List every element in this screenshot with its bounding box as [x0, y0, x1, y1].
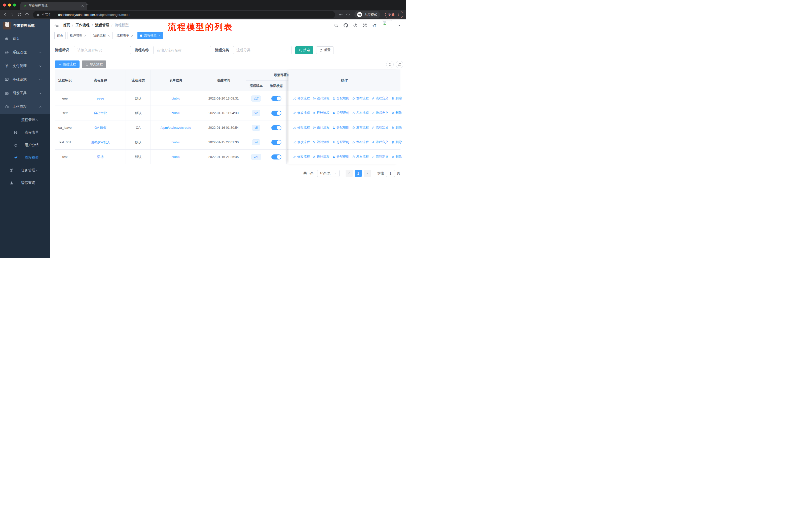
- avatar[interactable]: [382, 20, 392, 30]
- sidebar-item-工作流程[interactable]: 工作流程: [0, 100, 50, 114]
- sidebar-item-流程表单[interactable]: 流程表单: [0, 126, 50, 139]
- breadcrumb-item[interactable]: 流程管理: [95, 23, 109, 27]
- active-toggle[interactable]: [271, 111, 282, 116]
- current-page-button[interactable]: 1: [355, 170, 362, 177]
- home-icon[interactable]: [25, 12, 29, 17]
- close-window-button[interactable]: [3, 3, 6, 6]
- maximize-window-button[interactable]: [13, 3, 16, 6]
- next-page-button[interactable]: [364, 170, 371, 177]
- fullscreen-icon[interactable]: [363, 23, 367, 27]
- sidebar-item-研发工具[interactable]: 研发工具: [0, 86, 50, 100]
- action-definition[interactable]: 流程定义: [372, 140, 388, 144]
- create-process-button[interactable]: 新建流程: [55, 60, 80, 68]
- action-edit[interactable]: 修改流程: [293, 155, 310, 159]
- breadcrumb-item[interactable]: 首页: [63, 23, 70, 27]
- tag-租户管理[interactable]: 租户管理: [67, 32, 89, 39]
- reload-icon[interactable]: [18, 12, 22, 17]
- star-icon[interactable]: [346, 12, 350, 17]
- sidebar-item-流程模型[interactable]: 流程模型: [0, 152, 50, 164]
- sidebar-item-基础设施[interactable]: 基础设施: [0, 73, 50, 86]
- action-assign[interactable]: 分配规则: [332, 140, 349, 144]
- minimize-window-button[interactable]: [8, 3, 11, 6]
- action-publish[interactable]: 发布流程: [352, 96, 369, 101]
- reset-button[interactable]: 重置: [316, 46, 334, 54]
- action-edit[interactable]: 修改流程: [293, 96, 310, 101]
- toggle-search-button[interactable]: [386, 61, 394, 68]
- tag-流程表单[interactable]: 流程表单: [114, 32, 136, 39]
- sidebar-item-支付管理[interactable]: ¥支付管理: [0, 59, 50, 73]
- sidebar-logo-row[interactable]: 芋道管理系统: [0, 19, 50, 32]
- search-button[interactable]: 搜索: [295, 46, 313, 54]
- action-definition[interactable]: 流程定义: [372, 126, 388, 130]
- process-name-link[interactable]: 自己审批: [94, 111, 107, 115]
- form-link[interactable]: biubiu: [171, 155, 180, 159]
- goto-page-input[interactable]: [386, 170, 395, 177]
- action-publish[interactable]: 发布流程: [352, 111, 369, 115]
- plus-icon[interactable]: [85, 3, 89, 7]
- action-edit[interactable]: 修改流程: [293, 126, 310, 130]
- refresh-table-button[interactable]: [396, 61, 403, 68]
- action-definition[interactable]: 流程定义: [372, 155, 388, 159]
- action-edit[interactable]: 修改流程: [293, 111, 310, 115]
- form-link[interactable]: /bpm/oa/leave/create: [161, 126, 191, 130]
- github-icon[interactable]: [344, 23, 348, 27]
- active-toggle[interactable]: [271, 125, 282, 130]
- form-link[interactable]: biubiu: [171, 111, 180, 115]
- font-size-icon[interactable]: TT: [372, 23, 377, 27]
- process-name-link[interactable]: 测试多审批人: [91, 140, 110, 145]
- back-icon[interactable]: [3, 12, 7, 17]
- prev-page-button[interactable]: [346, 170, 353, 177]
- active-toggle[interactable]: [271, 96, 282, 101]
- action-design[interactable]: 设计流程: [313, 96, 329, 101]
- action-publish[interactable]: 发布流程: [352, 140, 369, 144]
- update-browser-button[interactable]: 更新: [385, 11, 403, 19]
- page-size-select[interactable]: 10条/页: [317, 170, 340, 177]
- action-design[interactable]: 设计流程: [313, 126, 329, 130]
- key-icon[interactable]: [339, 12, 343, 17]
- tag-首页[interactable]: 首页: [54, 32, 66, 39]
- process-name-input[interactable]: [153, 46, 211, 54]
- action-delete[interactable]: 删除: [391, 111, 402, 115]
- sidebar-item-首页[interactable]: 首页: [0, 32, 50, 46]
- process-name-link[interactable]: eeee: [97, 97, 104, 100]
- tag-我的流程[interactable]: 我的流程: [91, 32, 113, 39]
- active-toggle[interactable]: [271, 155, 282, 160]
- action-definition[interactable]: 流程定义: [372, 96, 388, 101]
- action-delete[interactable]: 删除: [391, 126, 402, 130]
- form-link[interactable]: biubiu: [171, 97, 180, 100]
- form-link[interactable]: biubiu: [171, 140, 180, 144]
- import-process-button[interactable]: 导入流程: [82, 60, 106, 68]
- action-assign[interactable]: 分配规则: [332, 126, 349, 130]
- browser-tab[interactable]: 芋道管理系统: [20, 2, 87, 10]
- process-key-input[interactable]: [74, 46, 131, 54]
- sidebar-item-请假查询[interactable]: 请假查询: [0, 176, 50, 189]
- action-assign[interactable]: 分配规则: [332, 111, 349, 115]
- action-definition[interactable]: 流程定义: [372, 111, 388, 115]
- caret-down-icon[interactable]: [397, 23, 402, 27]
- tag-流程模型[interactable]: 流程模型: [138, 32, 163, 39]
- search-icon[interactable]: [334, 23, 338, 27]
- forward-icon[interactable]: [10, 12, 14, 17]
- active-toggle[interactable]: [271, 140, 282, 145]
- action-delete[interactable]: 删除: [391, 96, 402, 101]
- action-publish[interactable]: 发布流程: [352, 155, 369, 159]
- question-icon[interactable]: [353, 23, 357, 27]
- process-name-link[interactable]: OA 请假: [94, 126, 107, 130]
- sidebar-item-系统管理[interactable]: 系统管理: [0, 46, 50, 59]
- action-delete[interactable]: 删除: [391, 140, 402, 144]
- action-publish[interactable]: 发布流程: [352, 126, 369, 130]
- process-category-select[interactable]: 流程分类: [233, 46, 292, 54]
- action-design[interactable]: 设计流程: [313, 111, 329, 115]
- action-design[interactable]: 设计流程: [313, 140, 329, 144]
- close-icon[interactable]: [81, 4, 84, 7]
- sidebar-item-用户分组[interactable]: 用户分组: [0, 139, 50, 152]
- action-design[interactable]: 设计流程: [313, 155, 329, 159]
- process-name-link[interactable]: 滔博: [97, 155, 104, 159]
- action-edit[interactable]: 修改流程: [293, 140, 310, 144]
- sidebar-item-流程管理[interactable]: 流程管理: [0, 114, 50, 126]
- sidebar-item-任务管理[interactable]: 任务管理: [0, 164, 50, 176]
- hamburger-icon[interactable]: [54, 23, 59, 28]
- action-assign[interactable]: 分配规则: [332, 155, 349, 159]
- breadcrumb-item[interactable]: 工作流程: [76, 23, 90, 27]
- action-assign[interactable]: 分配规则: [332, 96, 349, 101]
